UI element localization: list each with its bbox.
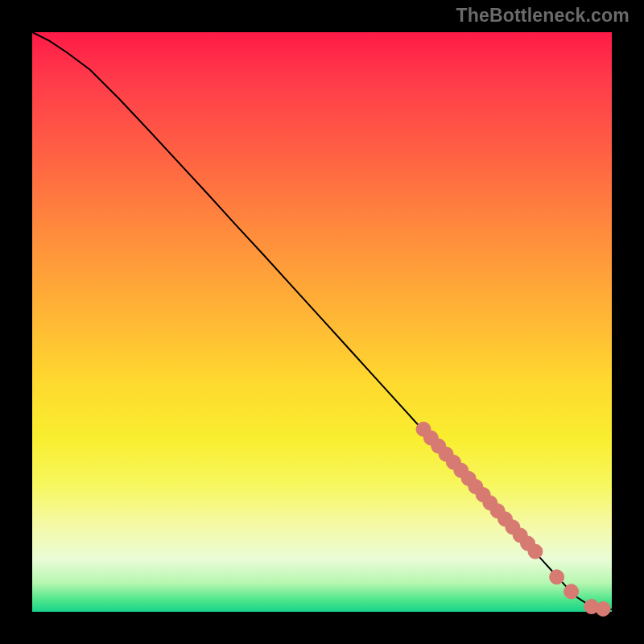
data-point — [564, 584, 579, 599]
data-point — [528, 544, 543, 559]
highlight-points — [416, 422, 610, 616]
data-point — [596, 601, 610, 616]
chart-svg — [32, 32, 612, 612]
bottleneck-curve — [32, 32, 612, 609]
data-point — [550, 570, 564, 584]
plot-area — [32, 32, 612, 612]
chart-frame — [20, 20, 624, 624]
watermark-text: TheBottleneck.com — [456, 5, 630, 27]
